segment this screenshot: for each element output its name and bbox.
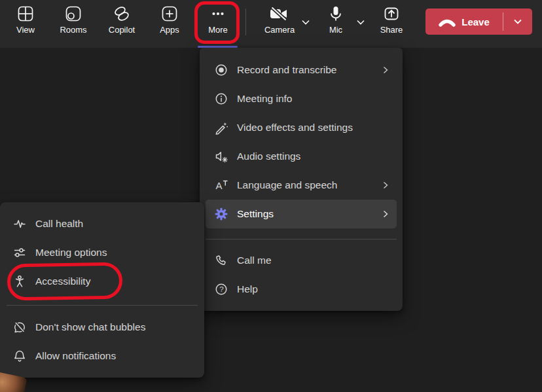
menu-item-help[interactable]: ? Help: [200, 275, 403, 304]
rooms-button[interactable]: Rooms: [52, 4, 94, 45]
toolbar-separator: [245, 9, 246, 35]
menu-item-record-and-transcribe[interactable]: Record and transcribe: [200, 56, 403, 84]
teams-meeting-window: View Rooms Copilot: [0, 0, 542, 392]
submenu-item-meeting-options[interactable]: Meeting options: [0, 238, 204, 267]
leave-button[interactable]: Leave: [425, 9, 532, 35]
mic-options-chevron-icon[interactable]: [356, 18, 365, 26]
leave-main[interactable]: Leave: [425, 9, 503, 35]
menu-item-label: Help: [237, 283, 258, 295]
submenu-chevron-right-icon: [383, 181, 388, 189]
submenu-item-dont-show-chat-bubbles[interactable]: Don't show chat bubbles: [0, 313, 204, 342]
menu-item-settings[interactable]: Settings: [206, 200, 397, 228]
more-menu: Record and transcribe Meeting info: [200, 48, 403, 311]
phone-icon: [214, 253, 228, 268]
view-grid-icon: [16, 4, 35, 24]
menu-item-video-effects[interactable]: Video effects and settings: [200, 113, 403, 142]
more-ellipsis-icon: [209, 4, 227, 24]
submenu-item-accessibility[interactable]: Accessibility: [0, 267, 204, 296]
apps-plus-icon: [160, 4, 179, 24]
pulse-icon: [12, 217, 27, 231]
leave-label: Leave: [461, 16, 490, 27]
camera-label: Camera: [264, 26, 295, 35]
mic-label: Mic: [329, 26, 342, 35]
camera-button[interactable]: Camera: [259, 4, 300, 45]
menu-item-label: Call me: [237, 255, 272, 266]
chat-bubble-off-icon: [12, 320, 27, 334]
hang-up-phone-icon: [439, 16, 456, 27]
leave-options-chevron-icon[interactable]: [503, 9, 532, 35]
more-button[interactable]: More: [197, 4, 239, 45]
copilot-label: Copilot: [109, 26, 135, 35]
menu-divider: [7, 305, 198, 306]
menu-item-label: Record and transcribe: [237, 64, 337, 76]
menu-item-call-me[interactable]: Call me: [200, 246, 403, 275]
svg-text:A: A: [216, 180, 223, 191]
camera-off-icon: [268, 4, 291, 24]
share-button[interactable]: Share: [370, 4, 412, 45]
view-label: View: [16, 26, 35, 35]
apps-label: Apps: [160, 26, 179, 35]
share-arrow-icon: [382, 4, 401, 24]
mic-icon: [327, 4, 345, 24]
menu-divider: [206, 239, 397, 240]
settings-submenu: Call health Meeting options Accessib: [0, 202, 204, 378]
submenu-chevron-right-icon: [383, 66, 388, 74]
bell-icon: [12, 349, 27, 363]
submenu-item-call-health[interactable]: Call health: [0, 209, 204, 238]
submenu-chevron-right-icon: [383, 210, 388, 218]
submenu-item-allow-notifications[interactable]: Allow notifications: [0, 342, 204, 370]
svg-text:?: ?: [219, 285, 223, 293]
language-translate-icon: A: [214, 178, 228, 192]
help-question-icon: ?: [214, 282, 228, 296]
menu-item-label: Audio settings: [237, 151, 300, 162]
submenu-item-label: Meeting options: [35, 247, 107, 258]
more-label: More: [208, 26, 228, 35]
camera-options-chevron-icon[interactable]: [301, 18, 310, 26]
rooms-label: Rooms: [60, 26, 86, 35]
submenu-item-label: Call health: [35, 218, 83, 230]
menu-item-label: Video effects and settings: [237, 122, 353, 134]
copilot-icon: [113, 4, 131, 24]
speaker-gear-icon: [214, 149, 228, 164]
submenu-item-label: Allow notifications: [35, 350, 116, 362]
meeting-toolbar: View Rooms Copilot: [0, 0, 542, 48]
submenu-item-label: Don't show chat bubbles: [35, 321, 145, 333]
apps-button[interactable]: Apps: [149, 4, 190, 45]
menu-item-audio-settings[interactable]: Audio settings: [200, 142, 403, 171]
settings-gear-icon: [214, 207, 228, 221]
share-label: Share: [380, 26, 403, 35]
mic-button[interactable]: Mic: [315, 4, 357, 45]
menu-item-label: Meeting info: [237, 93, 292, 105]
accessibility-person-icon: [12, 274, 27, 289]
view-button[interactable]: View: [5, 4, 46, 45]
submenu-item-label: Accessibility: [35, 276, 90, 287]
sliders-icon: [12, 245, 27, 260]
menu-item-label: Settings: [237, 208, 274, 220]
video-effects-pen-sparkle-icon: [214, 120, 228, 135]
menu-item-language-and-speech[interactable]: A Language and speech: [200, 171, 403, 200]
info-icon: [214, 92, 228, 106]
copilot-button[interactable]: Copilot: [101, 4, 143, 45]
menu-item-meeting-info[interactable]: Meeting info: [200, 84, 403, 113]
record-icon: [214, 63, 228, 77]
rooms-icon: [64, 4, 82, 24]
menu-item-label: Language and speech: [237, 179, 337, 191]
